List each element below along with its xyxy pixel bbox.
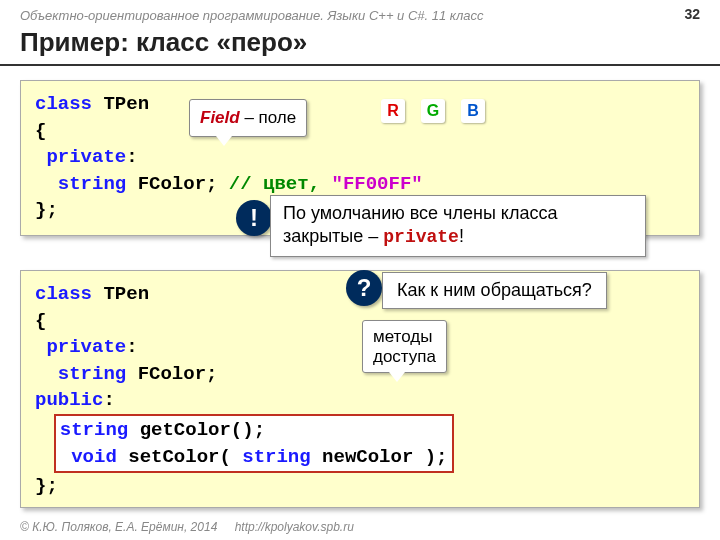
footer-url: http://kpolyakov.spb.ru: [235, 520, 354, 534]
r-badge: R: [381, 99, 405, 123]
page-title: Пример: класс «перо»: [0, 27, 720, 66]
page-number: 32: [684, 6, 700, 22]
bang-icon: !: [236, 200, 272, 236]
g-badge: G: [421, 99, 445, 123]
question-icon: ?: [346, 270, 382, 306]
question-note: Как к ним обращаться?: [382, 272, 607, 309]
b-badge: B: [461, 99, 485, 123]
footer: © К.Ю. Поляков, Е.А. Ерёмин, 2014 http:/…: [20, 520, 354, 534]
field-callout: Field – поле: [189, 99, 307, 137]
breadcrumb: Объектно-ориентированное программировани…: [0, 0, 720, 27]
copyright: © К.Ю. Поляков, Е.А. Ерёмин, 2014: [20, 520, 217, 534]
bang-note: По умолчанию все члены класса закрытые –…: [270, 195, 646, 257]
access-callout: методы доступа: [362, 320, 447, 373]
